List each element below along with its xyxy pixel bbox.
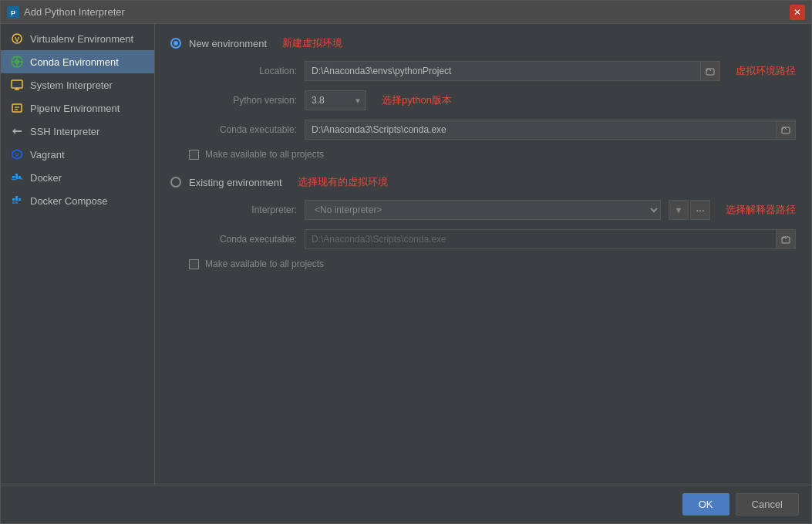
existing-env-radio[interactable] (170, 177, 181, 188)
sidebar-item-vagrant[interactable]: V Vagrant (1, 143, 154, 166)
conda-exec-label: Conda executable: (189, 124, 297, 135)
svg-rect-18 (15, 174, 18, 176)
sidebar-label-pipenv: Pipenv Environment (30, 103, 120, 114)
sidebar-item-pipenv[interactable]: Pipenv Environment (1, 96, 154, 120)
existing-env-section: Existing environment 选择现有的虚拟环境 Interpret… (170, 175, 796, 269)
cancel-button[interactable]: Cancel (736, 493, 799, 516)
svg-point-5 (15, 59, 19, 64)
svg-rect-6 (12, 80, 22, 88)
dialog: P Add Python Interpreter ✕ V Virtualenv … (0, 0, 812, 524)
close-button[interactable]: ✕ (790, 5, 805, 20)
conda-icon (10, 55, 24, 69)
ok-button[interactable]: OK (682, 493, 729, 516)
sidebar-item-docker[interactable]: Docker (1, 166, 154, 189)
svg-rect-15 (12, 176, 15, 178)
location-input-group (305, 61, 720, 81)
conda-exec-browse-button[interactable] (776, 120, 796, 140)
existing-conda-exec-input-group (305, 229, 796, 249)
svg-rect-24 (15, 201, 18, 204)
interpreter-select[interactable]: <No interpreter> (305, 200, 661, 220)
sidebar-item-ssh[interactable]: SSH Interpreter (1, 120, 154, 143)
location-label: Location: (189, 66, 297, 76)
python-version-select[interactable]: 3.8 3.9 3.7 3.6 (305, 90, 366, 110)
svg-text:P: P (11, 9, 15, 17)
title-bar-left: P Add Python Interpreter (7, 6, 125, 19)
existing-conda-exec-input[interactable] (305, 229, 776, 249)
ssh-icon (10, 124, 24, 138)
location-browse-button[interactable] (700, 61, 720, 81)
sidebar-item-conda[interactable]: Conda Environment (1, 50, 154, 73)
existing-env-checkbox-label: Make available to all projects (205, 259, 324, 269)
sidebar-item-system[interactable]: System Interpreter (1, 73, 154, 96)
svg-marker-12 (12, 128, 22, 134)
svg-rect-16 (15, 176, 18, 178)
sidebar-label-docker: Docker (30, 172, 62, 184)
new-env-radio[interactable] (170, 38, 181, 49)
conda-exec-input-group (305, 120, 796, 140)
location-row: Location: 虚拟环境路径 (170, 61, 796, 81)
new-env-checkbox[interactable] (189, 150, 199, 160)
location-input[interactable] (305, 61, 700, 81)
svg-rect-19 (12, 198, 15, 201)
existing-env-radio-label: Existing environment (189, 177, 282, 188)
location-annotation: 虚拟环境路径 (736, 64, 796, 78)
svg-rect-21 (19, 198, 21, 201)
virtualenv-icon: V (10, 32, 24, 46)
interpreter-browse-button[interactable]: ··· (690, 200, 710, 220)
sidebar-label-conda: Conda Environment (30, 56, 119, 68)
existing-env-checkbox-row: Make available to all projects (170, 259, 796, 269)
existing-env-radio-row: Existing environment 选择现有的虚拟环境 (170, 175, 796, 189)
new-env-annotation: 新建虚拟环境 (282, 36, 342, 50)
system-icon (10, 78, 24, 92)
main-content: New environment 新建虚拟环境 Location: (155, 24, 811, 485)
python-version-label: Python version: (189, 95, 297, 106)
python-version-annotation: 选择python版本 (382, 93, 452, 107)
svg-rect-23 (12, 201, 15, 204)
conda-exec-row: Conda executable: (170, 120, 796, 140)
new-env-section: New environment 新建虚拟环境 Location: (170, 36, 796, 160)
svg-rect-22 (15, 196, 18, 198)
interpreter-annotation: 选择解释器路径 (726, 203, 796, 217)
existing-conda-exec-label: Conda executable: (189, 234, 297, 245)
pipenv-icon (10, 101, 24, 115)
sidebar-label-vagrant: Vagrant (30, 149, 65, 161)
sidebar-label-docker-compose: Docker Compose (30, 195, 107, 207)
sidebar-label-system: System Interpreter (30, 79, 113, 91)
svg-text:V: V (15, 35, 19, 43)
interpreter-label: Interpreter: (189, 205, 297, 215)
sidebar-item-docker-compose[interactable]: Docker Compose (1, 189, 154, 212)
python-version-row: Python version: 3.8 3.9 3.7 3.6 ▼ 选择pyth… (170, 90, 796, 110)
sidebar-label-ssh: SSH Interpreter (30, 126, 99, 137)
existing-conda-exec-browse-button[interactable] (776, 229, 796, 249)
dialog-body: V Virtualenv Environment Conda Environme… (1, 24, 811, 485)
dialog-title: Add Python Interpreter (24, 6, 125, 18)
new-env-checkbox-label: Make available to all projects (205, 149, 324, 160)
sidebar-label-virtualenv: Virtualenv Environment (30, 33, 133, 45)
app-icon: P (7, 6, 19, 19)
existing-env-checkbox[interactable] (189, 259, 199, 269)
docker-compose-icon (10, 194, 24, 208)
interpreter-expand-button[interactable]: ▼ (669, 200, 689, 220)
new-env-radio-label: New environment (189, 38, 267, 49)
svg-text:V: V (15, 151, 19, 158)
new-env-checkbox-row: Make available to all projects (170, 149, 796, 160)
python-version-select-wrapper: 3.8 3.9 3.7 3.6 ▼ (305, 90, 366, 110)
svg-rect-20 (15, 198, 18, 201)
dialog-footer: OK Cancel (1, 485, 811, 523)
interpreter-row: Interpreter: <No interpreter> ▼ ··· 选择解释… (170, 200, 796, 220)
new-env-radio-row: New environment 新建虚拟环境 (170, 36, 796, 50)
conda-exec-input[interactable] (305, 120, 776, 140)
vagrant-icon: V (10, 147, 24, 161)
sidebar: V Virtualenv Environment Conda Environme… (1, 24, 155, 485)
title-bar: P Add Python Interpreter ✕ (1, 1, 811, 24)
svg-rect-9 (12, 104, 22, 112)
docker-icon (10, 171, 24, 184)
existing-conda-exec-row: Conda executable: (170, 229, 796, 249)
sidebar-item-virtualenv[interactable]: V Virtualenv Environment (1, 27, 154, 50)
existing-env-annotation: 选择现有的虚拟环境 (298, 175, 388, 189)
